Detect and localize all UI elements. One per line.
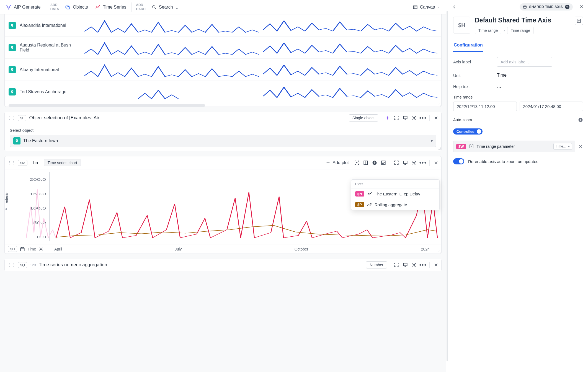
numeric-aggregation-card: ⋮⋮ $Q 123 Time series numeric aggregatio…: [4, 259, 442, 271]
help-icon[interactable]: ?: [565, 5, 569, 9]
svg-rect-4: [413, 6, 417, 9]
breadcrumb-item[interactable]: Time range: [475, 27, 501, 34]
resize-handle-icon[interactable]: [438, 250, 440, 253]
expand-icon[interactable]: [394, 262, 399, 267]
variable-pill-H[interactable]: $H: [8, 246, 17, 252]
reenable-autozoom-toggle[interactable]: [453, 158, 464, 164]
gear-icon[interactable]: [412, 160, 417, 165]
drag-handle-icon[interactable]: ⋮⋮: [7, 263, 15, 267]
sparkline: [84, 84, 259, 99]
present-icon[interactable]: [403, 262, 408, 267]
help-text-value[interactable]: …: [497, 84, 501, 89]
number-pill[interactable]: Number: [366, 261, 387, 268]
close-icon[interactable]: [434, 115, 439, 120]
trend-icon: [367, 202, 372, 207]
time-range-start-input[interactable]: [453, 102, 517, 111]
svg-rect-1: [67, 7, 70, 9]
resize-handle-icon[interactable]: [438, 103, 440, 106]
plot-item-p[interactable]: $P Rolling aggregate: [351, 199, 439, 210]
svg-point-45: [414, 264, 415, 266]
panel-resize-handle[interactable]: [446, 0, 448, 372]
add-card-button[interactable]: ADD CARD: [134, 2, 147, 12]
plots-popover: Plots $N The Eastern I…ep Delay $P Rolli…: [351, 179, 440, 210]
time-range-parameter-row[interactable]: $W Time range parameter Time… ▾: [453, 141, 575, 152]
sparkline: [84, 40, 259, 55]
present-icon[interactable]: [403, 160, 408, 165]
single-object-pill[interactable]: Single object: [349, 114, 378, 122]
select-object-label: Select object: [10, 128, 436, 133]
airport-row[interactable]: Alexandria International: [5, 14, 441, 37]
svg-point-10: [12, 91, 13, 92]
variable-pill-M[interactable]: $M: [18, 160, 27, 166]
brackets-icon: [469, 144, 474, 149]
drag-handle-icon[interactable]: ⋮⋮: [7, 161, 15, 165]
svg-point-28: [414, 162, 415, 164]
svg-rect-42: [403, 263, 407, 266]
remove-parameter-button[interactable]: [578, 144, 583, 149]
more-icon[interactable]: •••: [421, 262, 425, 267]
present-icon[interactable]: [403, 115, 408, 120]
drag-handle-icon[interactable]: ⋮⋮: [7, 116, 15, 120]
svg-point-41: [40, 249, 42, 250]
horizontal-scrollbar[interactable]: [9, 104, 205, 107]
side-panel: SHARED TIME AXIS ? ✕ $H Default Shared T…: [448, 0, 588, 372]
svg-rect-25: [403, 161, 407, 164]
canvas-content: Alexandria International Augusta Regiona…: [0, 14, 446, 372]
airport-row[interactable]: Ted Stevens Anchorage: [5, 81, 441, 103]
edit-icon[interactable]: [381, 160, 386, 165]
number-type-icon: 123: [30, 263, 36, 267]
more-icon[interactable]: •••: [421, 115, 425, 120]
download-icon[interactable]: [372, 160, 377, 165]
controlled-toggle[interactable]: Controlled: [453, 128, 483, 135]
search-button[interactable]: Search …: [149, 3, 181, 11]
sparkline: [84, 62, 259, 77]
calendar-icon[interactable]: [20, 247, 25, 252]
airport-row[interactable]: Augusta Regional at Bush Field: [5, 37, 441, 59]
time-range-end-input[interactable]: [520, 102, 583, 111]
gear-icon[interactable]: [412, 262, 417, 267]
variable-pill-L[interactable]: $L: [18, 115, 26, 121]
shared-time-axis-chip[interactable]: SHARED TIME AXIS ?: [520, 3, 573, 11]
expand-icon[interactable]: [394, 115, 399, 120]
objects-button[interactable]: Objects: [62, 3, 91, 12]
info-icon[interactable]: i: [578, 117, 583, 122]
axis-label-input[interactable]: [497, 57, 552, 67]
tab-configuration[interactable]: Configuration: [453, 39, 483, 52]
resize-handle-icon[interactable]: [438, 147, 440, 150]
sparkline: [84, 18, 259, 33]
back-button[interactable]: [453, 4, 458, 10]
chevron-down-icon: [437, 6, 440, 9]
canvas-dropdown[interactable]: Canvas: [410, 3, 443, 11]
variable-pill-Q[interactable]: $Q: [18, 262, 27, 268]
close-icon[interactable]: [434, 160, 439, 165]
object-select[interactable]: The Eastern Iowa ▾: [10, 135, 436, 147]
auto-zoom-label: Auto-zoom: [453, 118, 472, 122]
add-plot-button[interactable]: Add plot: [323, 159, 352, 167]
variable-pill-W: $W: [456, 144, 466, 149]
close-icon[interactable]: [434, 262, 439, 267]
aip-generate-button[interactable]: AIP Generate: [3, 2, 43, 12]
breadcrumb-item[interactable]: Time range: [507, 27, 534, 34]
time-axis-label: Time: [28, 247, 36, 251]
pin-icon: [9, 44, 16, 51]
chart-plot-area[interactable]: minute 0.050.0100.0150.0200.0: [5, 169, 441, 244]
close-panel-button[interactable]: ✕: [579, 4, 584, 10]
more-icon[interactable]: •••: [421, 160, 425, 165]
layout-icon[interactable]: [363, 160, 368, 165]
gear-icon[interactable]: [39, 247, 43, 251]
add-data-button[interactable]: ADD DATA: [49, 2, 61, 12]
sparkle-icon[interactable]: [385, 115, 390, 120]
sparkline: [263, 40, 438, 55]
airport-row[interactable]: Albany International: [5, 59, 441, 81]
parameter-select[interactable]: Time… ▾: [553, 143, 572, 150]
line-chart-icon: [367, 192, 372, 197]
timeseries-button[interactable]: Time Series: [92, 3, 129, 12]
add-button[interactable]: [575, 17, 583, 25]
chart-type-pill[interactable]: Time series chart: [44, 159, 81, 166]
plot-item-n[interactable]: $N The Eastern I…ep Delay: [351, 188, 439, 199]
variable-pill-N: $N: [355, 191, 364, 197]
y-axis-label: minute: [5, 192, 9, 203]
gear-icon[interactable]: [412, 115, 417, 120]
focus-icon[interactable]: [354, 160, 359, 165]
expand-icon[interactable]: [394, 160, 399, 165]
